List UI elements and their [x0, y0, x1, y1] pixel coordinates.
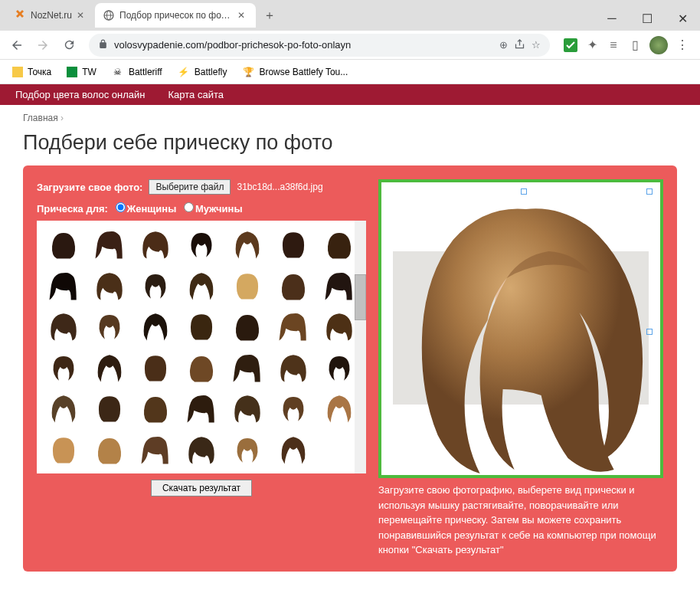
hairstyle-option[interactable]	[133, 267, 177, 305]
download-button[interactable]: Скачать результат	[151, 480, 252, 496]
hairstyle-option[interactable]	[272, 307, 316, 346]
radio-men[interactable]	[184, 202, 194, 212]
hairstyle-option[interactable]	[226, 307, 270, 346]
ext-rect-icon[interactable]: ▯	[628, 38, 642, 52]
hairstyle-grid[interactable]	[37, 221, 366, 473]
hairstyle-option[interactable]	[272, 389, 316, 428]
bookmark-item[interactable]: Точка	[6, 64, 57, 80]
hairstyle-option[interactable]	[41, 389, 85, 428]
new-tab-button[interactable]: ＋	[259, 5, 280, 26]
tab-title: Подбор причесок по фото онла	[119, 10, 233, 21]
breadcrumb: Главная ›	[0, 105, 700, 131]
bolt-icon: ⚡	[178, 66, 190, 78]
nav-link[interactable]: Подбор цвета волос онлайн	[15, 89, 146, 100]
radio-women[interactable]	[116, 202, 126, 212]
hairstyle-option[interactable]	[41, 431, 85, 469]
hairstyle-option[interactable]	[87, 349, 131, 387]
browser-tab[interactable]: NozNet.ru ✕	[6, 3, 95, 28]
reload-button[interactable]	[58, 34, 80, 56]
bookmark-item[interactable]: TW	[61, 64, 103, 80]
nav-link[interactable]: Карта сайта	[168, 89, 224, 100]
hairstyle-option[interactable]	[179, 389, 223, 428]
profile-avatar[interactable]	[649, 36, 668, 54]
hairstyle-option[interactable]	[41, 349, 85, 387]
file-name-label: 31bc18d...a38f6d.jpg	[237, 182, 322, 192]
bookmark-item[interactable]: ⚡Battlefly	[172, 63, 234, 81]
window-titlebar: NozNet.ru ✕ Подбор причесок по фото онла…	[0, 0, 700, 31]
bookmark-item[interactable]: ☠Battleriff	[106, 63, 168, 81]
back-button[interactable]	[6, 34, 28, 56]
hair-overlay[interactable]	[400, 198, 653, 478]
hairstyle-option[interactable]	[87, 267, 131, 305]
forward-button[interactable]	[32, 34, 54, 56]
hairstyle-option[interactable]	[179, 349, 223, 387]
page-content[interactable]: Подбор цвета волос онлайн Карта сайта Гл…	[0, 84, 700, 593]
tab-favicon	[14, 9, 26, 21]
hairstyle-option[interactable]	[226, 431, 270, 469]
bookmark-icon	[67, 67, 77, 77]
hairstyle-option[interactable]	[226, 349, 270, 387]
page-title: Подбери себе прическу по фото	[0, 131, 700, 165]
hairstyle-option[interactable]	[272, 431, 316, 469]
search-icon[interactable]: ⊕	[499, 39, 508, 51]
app-panel: Загрузите свое фото: Выберите файл 31bc1…	[23, 165, 677, 572]
hairstyle-option[interactable]	[41, 267, 85, 305]
hairstyle-option[interactable]	[272, 349, 316, 387]
close-icon[interactable]: ✕	[77, 10, 87, 21]
hairstyle-option[interactable]	[41, 225, 85, 264]
window-controls: ─ ☐ ✕	[594, 6, 700, 31]
star-icon[interactable]: ☆	[532, 39, 541, 51]
hairstyle-option[interactable]	[179, 431, 223, 469]
hairstyle-option[interactable]	[87, 225, 131, 264]
hairstyle-option[interactable]	[133, 389, 177, 428]
lock-icon	[98, 39, 108, 51]
hairstyle-option[interactable]	[133, 431, 177, 469]
hairstyle-option[interactable]	[179, 267, 223, 305]
minimize-button[interactable]: ─	[594, 6, 630, 31]
hairstyle-option[interactable]	[226, 267, 270, 305]
hairstyle-option[interactable]	[87, 431, 131, 469]
hairstyle-option[interactable]	[133, 349, 177, 387]
extensions-area: ✦ ≡ ▯ ⋮	[559, 36, 694, 54]
hairstyle-option[interactable]	[272, 267, 316, 305]
tab-title: NozNet.ru	[31, 10, 72, 21]
close-button[interactable]: ✕	[665, 6, 700, 31]
upload-row: Загрузите свое фото: Выберите файл 31bc1…	[37, 179, 366, 195]
bookmarks-bar: Точка TW ☠Battleriff ⚡Battlefly 🏆Browse …	[0, 60, 700, 84]
hairstyle-option[interactable]	[272, 225, 316, 264]
trophy-icon: 🏆	[242, 66, 254, 78]
instructions-text: Загрузите свою фотографию, выберете вид …	[378, 483, 663, 558]
skull-icon: ☠	[112, 66, 124, 78]
close-icon[interactable]: ✕	[237, 10, 248, 21]
hairstyle-option[interactable]	[226, 389, 270, 428]
preview-canvas[interactable]	[378, 179, 663, 478]
preview-column: Загрузите свою фотографию, выберете вид …	[378, 179, 663, 558]
browser-tabs: NozNet.ru ✕ Подбор причесок по фото онла…	[0, 3, 594, 31]
hairstyle-option[interactable]	[87, 389, 131, 428]
hairstyle-option[interactable]	[179, 307, 223, 346]
browser-toolbar: volosvypadenie.com/podbor-prichesok-po-f…	[0, 31, 700, 60]
scrollbar-track[interactable]	[355, 221, 366, 473]
hairstyle-option[interactable]	[133, 307, 177, 346]
hairstyle-option[interactable]	[226, 225, 270, 264]
browser-tab-active[interactable]: Подбор причесок по фото онла ✕	[95, 3, 256, 28]
hairstyle-option[interactable]	[133, 225, 177, 264]
puzzle-icon[interactable]: ✦	[585, 38, 599, 52]
share-icon[interactable]	[514, 38, 525, 52]
scrollbar-thumb[interactable]	[355, 274, 366, 320]
ext-menu-icon[interactable]: ≡	[607, 38, 620, 52]
maximize-button[interactable]: ☐	[630, 6, 665, 31]
ext-icon-check[interactable]	[564, 38, 577, 52]
bookmark-icon	[12, 67, 23, 77]
chrome-menu-icon[interactable]: ⋮	[675, 38, 689, 52]
hairstyle-option[interactable]	[179, 225, 223, 264]
controls-column: Загрузите свое фото: Выберите файл 31bc1…	[37, 179, 366, 558]
hairstyle-option[interactable]	[41, 307, 85, 346]
hairstyle-option[interactable]	[87, 307, 131, 346]
bookmark-item[interactable]: 🏆Browse Battlefy Tou...	[236, 63, 354, 81]
site-nav: Подбор цвета волос онлайн Карта сайта	[0, 84, 700, 105]
address-bar[interactable]: volosvypadenie.com/podbor-prichesok-po-f…	[89, 34, 550, 57]
choose-file-button[interactable]: Выберите файл	[149, 179, 231, 195]
globe-icon	[103, 9, 115, 21]
gender-row: Прическа для: Женщины Мужчины	[37, 202, 366, 215]
